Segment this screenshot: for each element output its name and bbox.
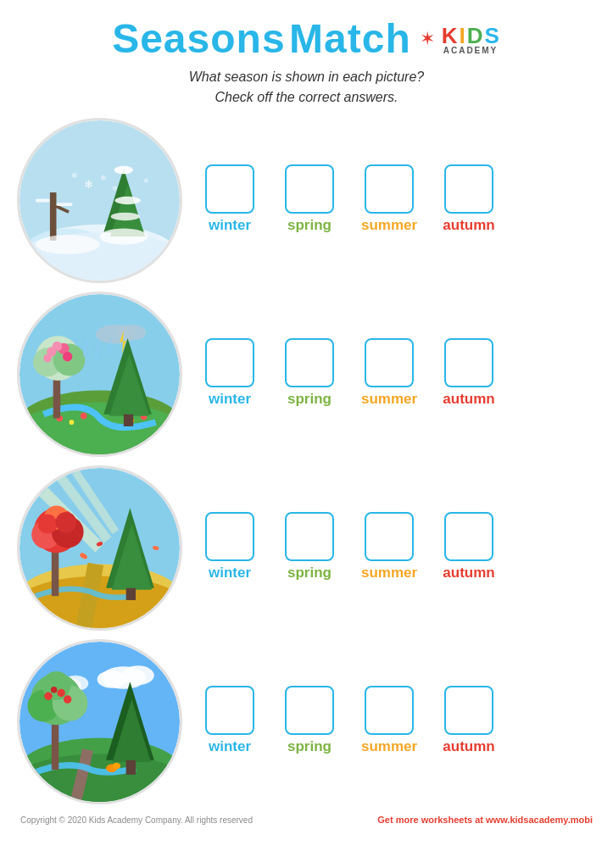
checkbox-boxes-row-4: winter spring summer autumn: [196, 686, 596, 755]
svg-text:❄: ❄: [84, 178, 93, 191]
autumn-checkbox-1[interactable]: [444, 164, 493, 214]
svg-point-81: [44, 693, 52, 700]
autumn-label-3: autumn: [443, 565, 494, 581]
svg-point-40: [43, 354, 51, 362]
spring-label-3: spring: [287, 565, 332, 581]
checkboxes-row-2: winter spring summer autumn: [196, 338, 596, 411]
season-row-2: winter spring summer autumn: [17, 292, 596, 457]
season-row-3: winter spring summer autumn: [17, 465, 596, 631]
autumn-option-1: autumn: [435, 164, 503, 234]
summer-option-2: summer: [355, 338, 423, 408]
summer-option-1: summer: [355, 164, 423, 234]
svg-rect-4: [50, 192, 57, 241]
logo-i: I: [460, 23, 467, 48]
logo-star-icon: ✶: [420, 28, 435, 50]
winter-checkbox-2[interactable]: [205, 338, 254, 387]
autumn-checkbox-4[interactable]: [444, 686, 493, 735]
svg-point-16: [36, 235, 100, 254]
winter-label-2: winter: [209, 391, 251, 408]
footer: Copyright © 2020 Kids Academy Company. A…: [17, 815, 596, 825]
svg-point-41: [63, 352, 72, 361]
svg-point-89: [113, 763, 120, 770]
svg-point-75: [20, 754, 180, 802]
spring-label-4: spring: [287, 738, 332, 755]
svg-point-84: [64, 695, 71, 703]
autumn-option-4: autumn: [435, 686, 503, 755]
checkbox-boxes-row-3: winter spring summer autumn: [196, 512, 596, 581]
winter-checkbox-3[interactable]: [205, 512, 254, 561]
spring-option-4: spring: [276, 686, 343, 755]
autumn-label-2: autumn: [443, 391, 494, 408]
spring-checkbox-3[interactable]: [285, 512, 334, 561]
autumn-scene-svg: [20, 468, 180, 628]
svg-text:❄: ❄: [143, 177, 149, 185]
checkboxes-row-4: winter spring summer autumn: [196, 686, 596, 759]
autumn-option-2: autumn: [435, 338, 503, 408]
logo-academy-text: ACADEMY: [443, 46, 499, 55]
svg-point-60: [38, 515, 58, 534]
spring-label-1: spring: [287, 217, 332, 234]
summer-checkbox-2[interactable]: [365, 338, 414, 387]
spring-checkbox-4[interactable]: [285, 686, 334, 735]
summer-label-1: summer: [361, 217, 417, 234]
summer-option-3: summer: [355, 512, 423, 581]
winter-option-2: winter: [196, 338, 264, 408]
winter-checkbox-1[interactable]: [205, 164, 254, 214]
checkbox-boxes-row-1: winter spring summer autumn: [196, 164, 596, 234]
autumn-checkbox-3[interactable]: [444, 512, 493, 561]
svg-point-70: [122, 665, 154, 685]
svg-point-15: [100, 229, 148, 245]
footer-copyright: Copyright © 2020 Kids Academy Company. A…: [20, 815, 253, 825]
summer-option-4: summer: [355, 686, 423, 755]
winter-label-4: winter: [209, 738, 251, 755]
autumn-label-4: autumn: [443, 738, 494, 755]
svg-point-82: [57, 689, 64, 697]
svg-point-61: [56, 512, 77, 533]
season-row-4: winter spring summer autumn: [17, 639, 596, 804]
autumn-scene: [17, 465, 182, 631]
summer-label-3: summer: [361, 565, 417, 581]
spring-option-3: spring: [276, 512, 343, 581]
spring-label-2: spring: [287, 391, 332, 408]
subtitle: What season is shown in each picture? Ch…: [17, 67, 596, 108]
svg-point-28: [20, 403, 180, 454]
rows-container: ❄ ❄ ❄ ❄ ❄ winter spring: [17, 118, 596, 804]
summer-checkbox-4[interactable]: [365, 686, 414, 735]
season-row-1: ❄ ❄ ❄ ❄ ❄ winter spring: [17, 118, 596, 283]
spring-checkbox-1[interactable]: [285, 164, 334, 214]
svg-rect-45: [124, 415, 133, 426]
autumn-label-1: autumn: [443, 217, 494, 234]
spring-option-1: spring: [276, 164, 343, 234]
summer-checkbox-3[interactable]: [365, 512, 414, 561]
svg-point-31: [81, 413, 87, 420]
svg-text:❄: ❄: [112, 185, 118, 192]
svg-point-71: [98, 670, 126, 688]
summer-scene-svg: [20, 642, 180, 802]
winter-scene: ❄ ❄ ❄ ❄ ❄: [17, 118, 182, 283]
spring-scene: [17, 292, 182, 457]
winter-option-4: winter: [196, 686, 264, 755]
autumn-checkbox-2[interactable]: [444, 338, 493, 387]
winter-checkbox-4[interactable]: [205, 686, 254, 735]
winter-option-1: winter: [196, 164, 264, 234]
subtitle-line1: What season is shown in each picture?: [17, 67, 596, 87]
svg-point-14: [111, 213, 140, 220]
logo-k: K: [442, 23, 460, 48]
winter-option-3: winter: [196, 512, 264, 581]
spring-checkbox-2[interactable]: [285, 338, 334, 387]
spring-scene-svg: [20, 294, 180, 454]
svg-rect-76: [52, 718, 59, 770]
title-seasons: Seasons: [112, 16, 285, 61]
autumn-option-3: autumn: [435, 512, 503, 581]
checkboxes-row-3: winter spring summer autumn: [196, 512, 596, 585]
header: Seasons Match ✶ KIDS ACADEMY: [17, 15, 596, 62]
summer-checkbox-1[interactable]: [365, 164, 414, 214]
svg-point-30: [70, 420, 75, 425]
spring-option-2: spring: [276, 338, 343, 408]
svg-text:❄: ❄: [71, 171, 78, 180]
winter-label-1: winter: [209, 217, 251, 234]
svg-text:❄: ❄: [100, 173, 107, 182]
title-match: Match: [289, 16, 411, 61]
subtitle-line2: Check off the correct answers.: [17, 87, 596, 108]
kids-logo: KIDS ACADEMY: [442, 23, 501, 55]
